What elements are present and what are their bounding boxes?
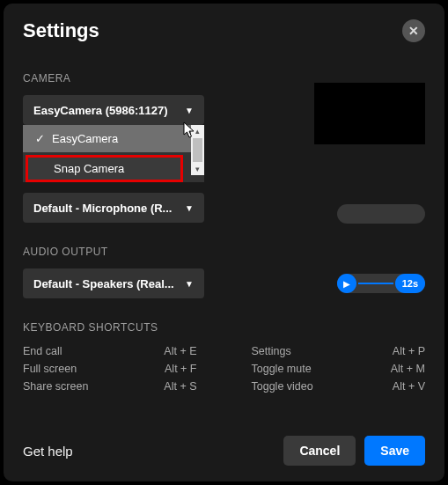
mic-level-indicator — [337, 204, 425, 224]
shortcut-name: Settings — [252, 345, 291, 357]
shortcut-key: Alt + S — [164, 380, 196, 393]
shortcut-key: Alt + E — [164, 345, 196, 357]
check-icon: ✓ — [35, 132, 45, 145]
test-audio-control[interactable]: ▶ 12s — [337, 274, 425, 293]
shortcut-name: Toggle mute — [252, 363, 312, 375]
save-button[interactable]: Save — [364, 436, 425, 466]
shortcut-row: Toggle video Alt + V — [252, 378, 426, 395]
play-icon: ▶ — [343, 279, 350, 289]
shortcut-key: Alt + V — [393, 380, 425, 393]
shortcut-name: End call — [23, 345, 62, 357]
shortcut-name: Share screen — [23, 380, 88, 393]
shortcut-name: Full screen — [23, 363, 77, 375]
scroll-up-icon: ▴ — [191, 125, 204, 137]
shortcut-key: Alt + M — [391, 363, 425, 375]
page-title: Settings — [23, 19, 99, 42]
shortcut-row: Share screen Alt + S — [23, 378, 197, 395]
shortcuts-right-column: Settings Alt + P Toggle mute Alt + M Tog… — [252, 342, 426, 395]
settings-panel: Settings ✕ CAMERA EasyCamera (5986:1127)… — [4, 4, 444, 481]
audio-output-section-label: AUDIO OUTPUT — [23, 246, 425, 258]
chevron-down-icon: ▼ — [185, 203, 194, 213]
camera-option-label: Snap Camera — [54, 162, 124, 175]
shortcut-key: Alt + F — [165, 363, 196, 375]
shortcut-row: Toggle mute Alt + M — [252, 360, 426, 378]
camera-dropdown: ✓ EasyCamera Snap Camera ▴ ▾ — [23, 125, 204, 182]
shortcuts-left-column: End call Alt + E Full screen Alt + F Sha… — [23, 342, 197, 395]
microphone-selected-value: Default - Microphone (R... — [33, 202, 172, 215]
camera-preview — [314, 83, 425, 144]
microphone-select[interactable]: Default - Microphone (R... ▼ — [23, 193, 204, 223]
shortcut-row: End call Alt + E — [23, 342, 197, 360]
shortcut-row: Full screen Alt + F — [23, 360, 197, 378]
cancel-button[interactable]: Cancel — [283, 436, 356, 466]
chevron-down-icon: ▼ — [185, 106, 194, 115]
get-help-link[interactable]: Get help — [23, 444, 73, 459]
audio-progress-line — [358, 283, 393, 284]
shortcut-key: Alt + P — [393, 345, 425, 357]
camera-option-label: EasyCamera — [52, 132, 118, 145]
camera-select[interactable]: EasyCamera (5986:1127) ▼ — [23, 95, 204, 125]
scroll-thumb[interactable] — [193, 138, 202, 162]
camera-option-easycamera[interactable]: ✓ EasyCamera — [23, 125, 204, 152]
shortcut-row: Settings Alt + P — [252, 342, 426, 360]
scroll-down-icon: ▾ — [191, 163, 204, 175]
speaker-select[interactable]: Default - Speakers (Real... ▼ — [23, 268, 204, 298]
camera-option-snap-camera[interactable]: Snap Camera — [26, 155, 183, 182]
close-icon: ✕ — [408, 24, 419, 38]
speaker-selected-value: Default - Speakers (Real... — [33, 277, 174, 290]
close-button[interactable]: ✕ — [402, 19, 425, 42]
shortcuts-section-label: KEYBOARD SHORTCUTS — [23, 321, 425, 334]
chevron-down-icon: ▼ — [185, 279, 194, 289]
play-button[interactable]: ▶ — [337, 274, 356, 293]
shortcut-name: Toggle video — [252, 380, 313, 393]
camera-selected-value: EasyCamera (5986:1127) — [33, 104, 168, 117]
audio-time-value: 12s — [402, 278, 418, 289]
dropdown-scrollbar[interactable]: ▴ ▾ — [191, 125, 204, 175]
audio-time-badge: 12s — [395, 274, 425, 293]
